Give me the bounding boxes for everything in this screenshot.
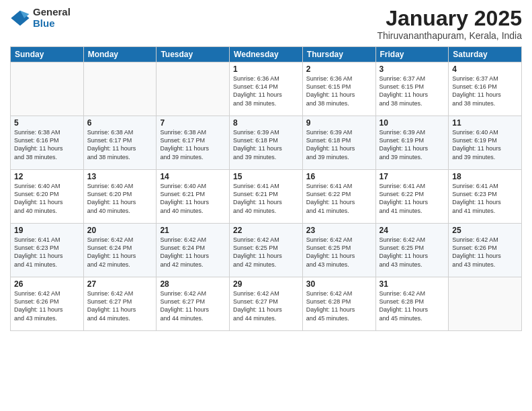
cell-day-number: 1 xyxy=(233,64,299,74)
month-title: January 2025 xyxy=(377,7,522,30)
cell-day-number: 5 xyxy=(14,118,80,128)
cell-day-number: 31 xyxy=(380,279,445,289)
table-row: 12Sunrise: 6:40 AM Sunset: 6:20 PM Dayli… xyxy=(11,170,84,224)
cell-day-number: 22 xyxy=(233,226,299,235)
cell-info: Sunrise: 6:42 AM Sunset: 6:28 PM Dayligh… xyxy=(306,289,372,322)
cell-info: Sunrise: 6:42 AM Sunset: 6:28 PM Dayligh… xyxy=(380,289,445,322)
table-row: 13Sunrise: 6:40 AM Sunset: 6:20 PM Dayli… xyxy=(83,170,157,224)
table-row: 18Sunrise: 6:41 AM Sunset: 6:23 PM Dayli… xyxy=(449,170,522,224)
cell-day-number: 18 xyxy=(452,172,518,181)
cell-day-number: 26 xyxy=(14,279,80,289)
cell-day-number: 23 xyxy=(306,226,372,235)
col-friday: Friday xyxy=(375,47,449,62)
cell-info: Sunrise: 6:41 AM Sunset: 6:23 PM Dayligh… xyxy=(14,236,80,269)
cell-day-number: 30 xyxy=(306,279,372,289)
table-row xyxy=(449,277,522,331)
cell-info: Sunrise: 6:40 AM Sunset: 6:21 PM Dayligh… xyxy=(160,182,226,215)
table-row xyxy=(157,62,230,116)
table-row: 19Sunrise: 6:41 AM Sunset: 6:23 PM Dayli… xyxy=(11,224,84,277)
cell-info: Sunrise: 6:42 AM Sunset: 6:25 PM Dayligh… xyxy=(380,236,445,269)
calendar-header-row: Sunday Monday Tuesday Wednesday Thursday… xyxy=(11,47,522,62)
table-row: 15Sunrise: 6:41 AM Sunset: 6:21 PM Dayli… xyxy=(230,170,303,224)
col-thursday: Thursday xyxy=(302,47,375,62)
table-row: 20Sunrise: 6:42 AM Sunset: 6:24 PM Dayli… xyxy=(83,224,157,277)
calendar-table: Sunday Monday Tuesday Wednesday Thursday… xyxy=(10,46,522,331)
table-row: 8Sunrise: 6:39 AM Sunset: 6:18 PM Daylig… xyxy=(230,116,303,170)
table-row: 29Sunrise: 6:42 AM Sunset: 6:27 PM Dayli… xyxy=(230,277,303,331)
col-monday: Monday xyxy=(83,47,157,62)
table-row: 11Sunrise: 6:40 AM Sunset: 6:19 PM Dayli… xyxy=(449,116,522,170)
cell-info: Sunrise: 6:42 AM Sunset: 6:27 PM Dayligh… xyxy=(160,289,226,322)
svg-marker-2 xyxy=(11,10,21,26)
table-row: 1Sunrise: 6:36 AM Sunset: 6:14 PM Daylig… xyxy=(230,62,303,116)
col-wednesday: Wednesday xyxy=(230,47,303,62)
col-saturday: Saturday xyxy=(449,47,522,62)
cell-info: Sunrise: 6:38 AM Sunset: 6:16 PM Dayligh… xyxy=(14,128,80,161)
cell-info: Sunrise: 6:42 AM Sunset: 6:24 PM Dayligh… xyxy=(87,236,153,269)
cell-info: Sunrise: 6:36 AM Sunset: 6:14 PM Dayligh… xyxy=(233,75,299,107)
table-row: 28Sunrise: 6:42 AM Sunset: 6:27 PM Dayli… xyxy=(157,277,230,331)
cell-day-number: 25 xyxy=(452,226,518,235)
cell-day-number: 7 xyxy=(160,118,226,128)
cell-info: Sunrise: 6:42 AM Sunset: 6:25 PM Dayligh… xyxy=(306,236,372,269)
cell-day-number: 29 xyxy=(233,279,299,289)
header: General Blue January 2025 Thiruvananthap… xyxy=(10,7,522,41)
cell-day-number: 11 xyxy=(452,118,518,128)
table-row: 22Sunrise: 6:42 AM Sunset: 6:25 PM Dayli… xyxy=(230,224,303,277)
calendar-week-row: 12Sunrise: 6:40 AM Sunset: 6:20 PM Dayli… xyxy=(11,170,522,224)
cell-info: Sunrise: 6:39 AM Sunset: 6:19 PM Dayligh… xyxy=(380,128,445,161)
logo-text: General Blue xyxy=(33,7,71,29)
cell-info: Sunrise: 6:38 AM Sunset: 6:17 PM Dayligh… xyxy=(87,128,153,161)
table-row: 23Sunrise: 6:42 AM Sunset: 6:25 PM Dayli… xyxy=(302,224,375,277)
title-block: January 2025 Thiruvananthapuram, Kerala,… xyxy=(377,7,522,41)
cell-info: Sunrise: 6:42 AM Sunset: 6:24 PM Dayligh… xyxy=(160,236,226,269)
cell-day-number: 28 xyxy=(160,279,226,289)
calendar-week-row: 19Sunrise: 6:41 AM Sunset: 6:23 PM Dayli… xyxy=(11,224,522,277)
table-row: 3Sunrise: 6:37 AM Sunset: 6:15 PM Daylig… xyxy=(375,62,449,116)
cell-info: Sunrise: 6:40 AM Sunset: 6:20 PM Dayligh… xyxy=(87,182,153,215)
table-row: 26Sunrise: 6:42 AM Sunset: 6:26 PM Dayli… xyxy=(11,277,84,331)
cell-day-number: 9 xyxy=(306,118,372,128)
cell-day-number: 2 xyxy=(306,64,372,74)
cell-info: Sunrise: 6:41 AM Sunset: 6:22 PM Dayligh… xyxy=(380,182,445,215)
logo-icon xyxy=(10,8,30,28)
table-row: 4Sunrise: 6:37 AM Sunset: 6:16 PM Daylig… xyxy=(449,62,522,116)
cell-info: Sunrise: 6:40 AM Sunset: 6:19 PM Dayligh… xyxy=(452,128,518,161)
table-row: 5Sunrise: 6:38 AM Sunset: 6:16 PM Daylig… xyxy=(11,116,84,170)
cell-day-number: 6 xyxy=(87,118,153,128)
cell-day-number: 16 xyxy=(306,172,372,181)
table-row: 21Sunrise: 6:42 AM Sunset: 6:24 PM Dayli… xyxy=(157,224,230,277)
cell-info: Sunrise: 6:42 AM Sunset: 6:27 PM Dayligh… xyxy=(233,289,299,322)
cell-info: Sunrise: 6:42 AM Sunset: 6:27 PM Dayligh… xyxy=(87,289,153,322)
table-row: 24Sunrise: 6:42 AM Sunset: 6:25 PM Dayli… xyxy=(375,224,449,277)
cell-day-number: 4 xyxy=(452,64,518,74)
cell-info: Sunrise: 6:39 AM Sunset: 6:18 PM Dayligh… xyxy=(233,128,299,161)
cell-day-number: 12 xyxy=(14,172,80,181)
logo-general-text: General xyxy=(33,7,71,18)
page: General Blue January 2025 Thiruvananthap… xyxy=(0,0,532,411)
col-tuesday: Tuesday xyxy=(157,47,230,62)
cell-info: Sunrise: 6:36 AM Sunset: 6:15 PM Dayligh… xyxy=(306,75,372,107)
cell-info: Sunrise: 6:42 AM Sunset: 6:26 PM Dayligh… xyxy=(14,289,80,322)
table-row: 30Sunrise: 6:42 AM Sunset: 6:28 PM Dayli… xyxy=(302,277,375,331)
cell-info: Sunrise: 6:37 AM Sunset: 6:16 PM Dayligh… xyxy=(452,75,518,107)
logo: General Blue xyxy=(10,7,71,29)
table-row: 27Sunrise: 6:42 AM Sunset: 6:27 PM Dayli… xyxy=(83,277,157,331)
cell-info: Sunrise: 6:41 AM Sunset: 6:21 PM Dayligh… xyxy=(233,182,299,215)
table-row: 14Sunrise: 6:40 AM Sunset: 6:21 PM Dayli… xyxy=(157,170,230,224)
logo-blue-text: Blue xyxy=(33,18,71,30)
table-row: 7Sunrise: 6:38 AM Sunset: 6:17 PM Daylig… xyxy=(157,116,230,170)
cell-day-number: 14 xyxy=(160,172,226,181)
table-row: 2Sunrise: 6:36 AM Sunset: 6:15 PM Daylig… xyxy=(302,62,375,116)
table-row xyxy=(11,62,84,116)
cell-info: Sunrise: 6:40 AM Sunset: 6:20 PM Dayligh… xyxy=(14,182,80,215)
cell-day-number: 19 xyxy=(14,226,80,235)
table-row: 10Sunrise: 6:39 AM Sunset: 6:19 PM Dayli… xyxy=(375,116,449,170)
table-row: 9Sunrise: 6:39 AM Sunset: 6:18 PM Daylig… xyxy=(302,116,375,170)
cell-info: Sunrise: 6:41 AM Sunset: 6:23 PM Dayligh… xyxy=(452,182,518,215)
cell-info: Sunrise: 6:42 AM Sunset: 6:26 PM Dayligh… xyxy=(452,236,518,269)
cell-info: Sunrise: 6:39 AM Sunset: 6:18 PM Dayligh… xyxy=(306,128,372,161)
table-row xyxy=(83,62,157,116)
table-row: 16Sunrise: 6:41 AM Sunset: 6:22 PM Dayli… xyxy=(302,170,375,224)
table-row: 6Sunrise: 6:38 AM Sunset: 6:17 PM Daylig… xyxy=(83,116,157,170)
